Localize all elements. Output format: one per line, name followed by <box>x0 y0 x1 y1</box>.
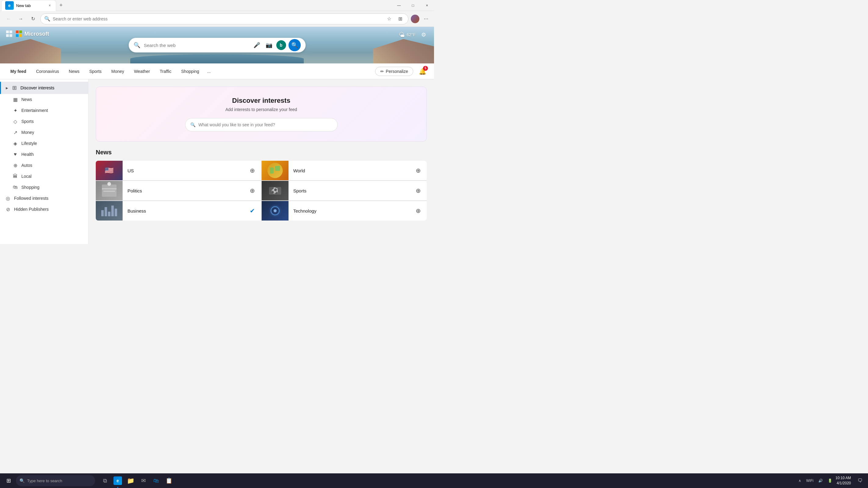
hero-mountains-left <box>0 39 61 63</box>
main-content: ▶ ⊞ Discover interests ▦ News ✦ Entertai… <box>0 79 434 244</box>
news-item-us[interactable]: 🇺🇸 US ⊕ <box>96 161 261 180</box>
title-bar-left: e New tab × + <box>0 0 392 11</box>
sidebar-item-news[interactable]: ▦ News <box>0 94 88 105</box>
expand-icon: ▶ <box>6 86 8 90</box>
local-icon: 🏛 <box>12 173 18 179</box>
hero-search-icons: 🎤 📷 b 🔍 <box>252 39 301 51</box>
apps-grid-icon[interactable] <box>6 30 13 37</box>
news-label-world: World <box>288 168 413 173</box>
hero-search-input[interactable] <box>144 43 248 48</box>
new-tab-button[interactable]: + <box>56 1 66 10</box>
hero-water <box>130 54 304 63</box>
news-label-sports: Sports <box>288 188 413 193</box>
discover-search-input[interactable] <box>198 122 333 127</box>
news-label-business: Business <box>123 208 248 214</box>
weather-widget[interactable]: 🌤 62°F <box>399 31 416 38</box>
news-label-us: US <box>123 168 248 173</box>
nav-item-shopping[interactable]: Shopping <box>177 66 204 77</box>
user-avatar[interactable] <box>411 14 420 23</box>
sidebar: ▶ ⊞ Discover interests ▦ News ✦ Entertai… <box>0 79 88 244</box>
health-icon: ♥ <box>12 151 18 157</box>
sidebar-item-lifestyle[interactable]: ◈ Lifestyle <box>0 138 88 149</box>
news-item-politics[interactable]: Politics ⊕ <box>96 181 261 201</box>
search-submit-button[interactable]: 🔍 <box>288 39 301 51</box>
sidebar-item-entertainment[interactable]: ✦ Entertainment <box>0 105 88 116</box>
close-button[interactable]: × <box>420 0 434 11</box>
nav-bar: My feed Coronavirus News Sports Money We… <box>0 63 434 79</box>
shopping-icon: 🛍 <box>12 184 18 190</box>
tab-title: New tab <box>16 3 31 8</box>
settings-icon[interactable]: ⚙ <box>420 30 428 39</box>
nav-item-weather[interactable]: Weather <box>130 66 154 77</box>
sidebar-item-sports[interactable]: ◇ Sports <box>0 116 88 127</box>
lifestyle-icon: ◈ <box>12 140 18 146</box>
sidebar-followed-interests[interactable]: ◎ Followed interests <box>0 193 88 204</box>
ms-brand-text: Microsoft <box>24 31 49 37</box>
news-add-technology[interactable]: ⊕ <box>413 206 423 216</box>
news-thumb-technology <box>262 201 288 220</box>
sidebar-discover-interests[interactable]: ▶ ⊞ Discover interests <box>0 82 88 94</box>
maximize-button[interactable]: □ <box>406 0 420 11</box>
news-label-politics: Politics <box>123 188 248 193</box>
hero-mountains-right <box>373 39 434 63</box>
nav-more-button[interactable]: ... <box>205 66 213 77</box>
money-icon: ↗ <box>12 129 18 135</box>
collections-icon[interactable]: ⊞ <box>396 14 404 23</box>
sidebar-sports-label: Sports <box>21 119 34 124</box>
notification-button[interactable]: 🔔 5 <box>417 66 428 77</box>
sidebar-item-autos[interactable]: ⊕ Autos <box>0 160 88 171</box>
news-add-business[interactable]: ✔ <box>248 206 257 216</box>
address-input-wrap[interactable]: 🔍 ☆ ⊞ <box>40 13 408 24</box>
nav-item-my-feed[interactable]: My feed <box>6 66 31 77</box>
news-add-world[interactable]: ⊕ <box>413 165 423 175</box>
news-add-politics[interactable]: ⊕ <box>248 186 257 195</box>
news-add-us[interactable]: ⊕ <box>248 165 257 175</box>
nav-item-traffic[interactable]: Traffic <box>156 66 176 77</box>
address-bar: ← → ↻ 🔍 ☆ ⊞ ··· <box>0 11 434 27</box>
sidebar-item-health[interactable]: ♥ Health <box>0 149 88 160</box>
ms-brand-wrap: Microsoft <box>16 30 49 37</box>
tab-close-button[interactable]: × <box>47 3 52 8</box>
refresh-button[interactable]: ↻ <box>28 14 38 24</box>
nav-item-news[interactable]: News <box>65 66 84 77</box>
discover-card: Discover interests Add interests to pers… <box>96 87 427 142</box>
nav-item-money[interactable]: Money <box>107 66 128 77</box>
address-icons: ☆ ⊞ <box>385 14 404 23</box>
minimize-button[interactable]: — <box>392 0 406 11</box>
news-add-sports[interactable]: ⊕ <box>413 186 423 195</box>
forward-button[interactable]: → <box>16 14 26 24</box>
notification-badge: 5 <box>423 66 428 71</box>
bing-icon[interactable]: b <box>276 40 286 50</box>
browser-tab[interactable]: e New tab × <box>1 0 56 11</box>
weather-icon: 🌤 <box>399 31 405 38</box>
hero-banner: Microsoft 🔍 🎤 📷 b 🔍 🌤 62°F ⚙ <box>0 27 434 63</box>
hero-search-bar[interactable]: 🔍 🎤 📷 b 🔍 <box>129 38 306 53</box>
nav-item-coronavirus[interactable]: Coronavirus <box>32 66 63 77</box>
sidebar-item-local[interactable]: 🏛 Local <box>0 171 88 182</box>
news-item-world[interactable]: World ⊕ <box>262 161 427 180</box>
tab-favicon: e <box>5 1 14 10</box>
address-input[interactable] <box>53 17 382 21</box>
sidebar-hidden-publishers[interactable]: ⊘ Hidden Publishers <box>0 204 88 215</box>
sidebar-hidden-label: Hidden Publishers <box>14 207 49 212</box>
news-item-sports[interactable]: ⚽ Sports ⊕ <box>262 181 427 201</box>
news-item-business[interactable]: Business ✔ <box>96 201 261 220</box>
sidebar-item-shopping[interactable]: 🛍 Shopping <box>0 182 88 193</box>
pencil-icon: ✏ <box>380 69 384 74</box>
personalize-button[interactable]: ✏ Personalize <box>375 67 413 76</box>
sidebar-item-money[interactable]: ↗ Money <box>0 127 88 138</box>
personalize-label: Personalize <box>386 69 408 74</box>
window-controls: — □ × <box>392 0 434 11</box>
news-item-technology[interactable]: Technology ⊕ <box>262 201 427 220</box>
back-button[interactable]: ← <box>4 14 13 24</box>
more-button[interactable]: ··· <box>422 14 430 23</box>
news-thumb-world <box>262 161 288 180</box>
sidebar-discover-label: Discover interests <box>21 85 54 90</box>
nav-item-sports[interactable]: Sports <box>85 66 106 77</box>
ms-logo <box>16 30 23 37</box>
news-thumb-business <box>96 201 123 220</box>
discover-search-bar[interactable]: 🔍 <box>185 118 338 131</box>
camera-icon[interactable]: 📷 <box>264 40 274 50</box>
favorites-icon[interactable]: ☆ <box>385 14 394 23</box>
microphone-icon[interactable]: 🎤 <box>252 40 262 50</box>
